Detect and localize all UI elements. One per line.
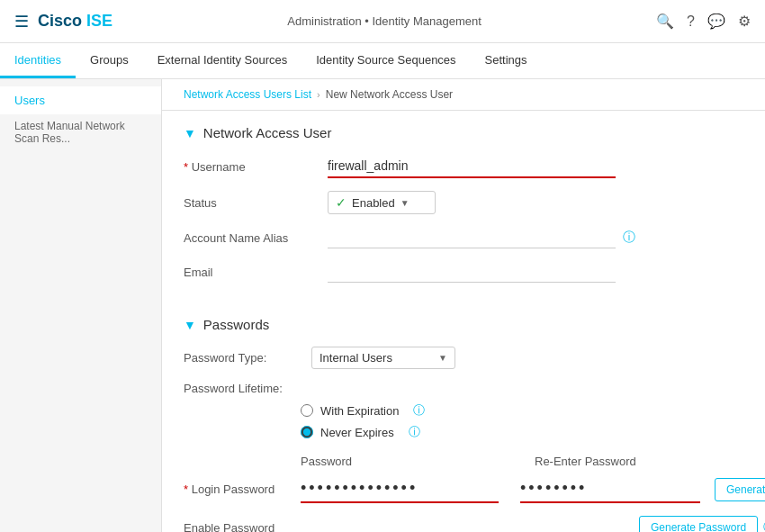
enable-password-input[interactable] [301,517,452,532]
notifications-icon[interactable]: 💬 [707,13,725,30]
login-password-input[interactable] [301,475,499,503]
sidebar-item-users[interactable]: Users [0,86,161,114]
tab-settings[interactable]: Settings [471,43,542,78]
never-expires-row: Never Expires ⓘ [301,424,743,440]
password-type-select[interactable]: Internal Users ▼ [311,347,455,369]
settings-icon[interactable]: ⚙ [738,13,751,30]
with-expiration-label: With Expiration [320,404,399,418]
account-alias-input[interactable] [328,227,616,248]
lifetime-row: Password Lifetime: [184,382,743,395]
breadcrumb: Network Access Users List › New Network … [162,79,765,111]
topbar-left: ☰ Cisco ISE [14,12,112,32]
status-row: Status ✓ Enabled ▼ [184,191,743,214]
tab-identity-sequences[interactable]: Identity Source Sequences [302,43,470,78]
topbar-actions: 🔍 ? 💬 ⚙ [656,13,751,30]
enable-password-row: Enable Password Generate Password ⓘ [184,516,743,532]
status-check-icon: ✓ [336,195,346,210]
password-col-header: Password [301,455,535,468]
breadcrumb-separator: › [317,89,320,100]
status-control: ✓ Enabled ▼ [328,191,616,214]
sidebar-item-latest-scan[interactable]: Latest Manual Network Scan Res... [0,114,161,150]
page-title: Administration • Identity Management [112,14,656,28]
with-expiration-row: With Expiration ⓘ [301,402,743,419]
with-expiration-info-icon[interactable]: ⓘ [413,402,425,419]
section-header-network-access: ▼ Network Access User [184,125,743,140]
help-icon[interactable]: ? [687,14,695,30]
username-row: Username [184,155,743,178]
topbar: ☰ Cisco ISE Administration • Identity Ma… [0,0,765,43]
email-label: Email [184,266,328,279]
with-expiration-radio[interactable] [301,404,313,417]
nav-tabs: Identities Groups External Identity Sour… [0,43,765,79]
password-fields-header: Password Re-Enter Password [301,455,743,468]
tab-external-identity[interactable]: External Identity Sources [143,43,302,78]
never-expires-info-icon[interactable]: ⓘ [409,424,420,440]
never-expires-label: Never Expires [320,426,394,439]
reenter-col-header: Re-Enter Password [535,455,733,468]
sidebar: Users Latest Manual Network Scan Res... [0,79,162,532]
content-area: Network Access Users List › New Network … [162,79,765,532]
username-control [328,155,616,178]
passwords-section: ▼ Passwords Password Type: Internal User… [162,310,765,532]
enable-password-generate-button[interactable]: Generate Password [639,516,758,532]
hamburger-icon[interactable]: ☰ [14,12,29,32]
app-title: Cisco ISE [38,12,112,31]
section-title-network-access: Network Access User [203,125,332,140]
collapse-icon[interactable]: ▼ [184,126,196,140]
username-input[interactable] [328,155,616,178]
email-input[interactable] [328,261,616,283]
search-icon[interactable]: 🔍 [656,13,674,30]
login-password-label: Login Password [184,482,301,496]
account-alias-info-icon[interactable]: ⓘ [623,230,635,246]
account-alias-label: Account Name Alias [184,231,328,245]
network-access-user-section: ▼ Network Access User Username Status ✓ … [162,111,765,310]
breadcrumb-link[interactable]: Network Access Users List [184,88,311,101]
never-expires-radio[interactable] [301,426,313,438]
password-type-value: Internal Users [320,351,392,365]
password-type-chevron-icon: ▼ [438,353,447,363]
breadcrumb-current: New Network Access User [326,88,453,101]
passwords-collapse-icon[interactable]: ▼ [184,318,196,332]
tab-groups[interactable]: Groups [76,43,143,78]
username-label: Username [184,160,328,174]
enable-password-label: Enable Password [184,521,301,533]
account-alias-row: Account Name Alias ⓘ [184,227,743,248]
status-dropdown[interactable]: ✓ Enabled ▼ [328,191,436,214]
email-control [328,261,616,283]
enable-password-reenter-input[interactable] [473,517,625,532]
password-type-label: Password Type: [184,351,301,365]
tab-identities[interactable]: Identities [0,43,76,78]
password-type-row: Password Type: Internal Users ▼ [184,347,743,369]
login-password-row: Login Password Generate Password ⓘ [184,475,743,503]
passwords-title: Passwords [203,317,269,332]
chevron-down-icon: ▼ [400,198,410,208]
main-layout: Users Latest Manual Network Scan Res... … [0,79,765,532]
login-password-generate-button[interactable]: Generate Password [715,478,765,501]
email-row: Email [184,261,743,283]
status-label: Status [184,196,328,210]
lifetime-label: Password Lifetime: [184,382,301,395]
account-alias-control [328,227,616,248]
status-value: Enabled [352,196,395,210]
login-password-reenter-input[interactable] [520,475,700,503]
section-header-passwords: ▼ Passwords [184,317,743,332]
